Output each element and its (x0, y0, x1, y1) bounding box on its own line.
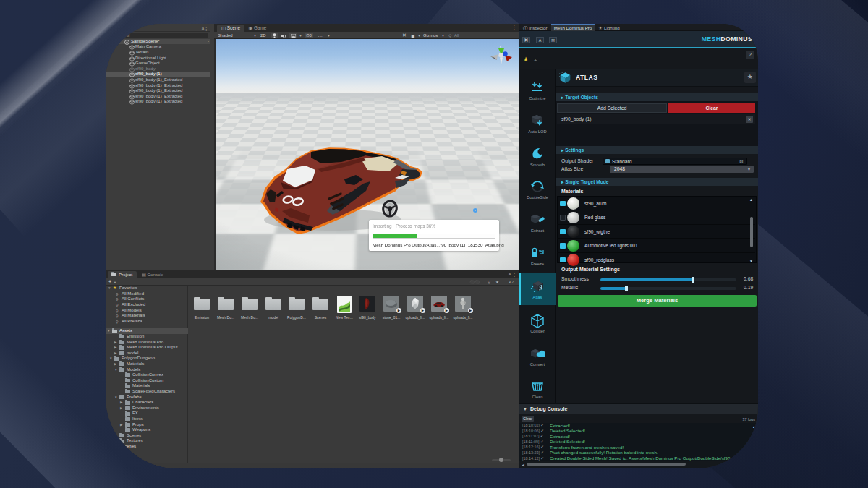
svg-text:y: y (500, 44, 502, 48)
